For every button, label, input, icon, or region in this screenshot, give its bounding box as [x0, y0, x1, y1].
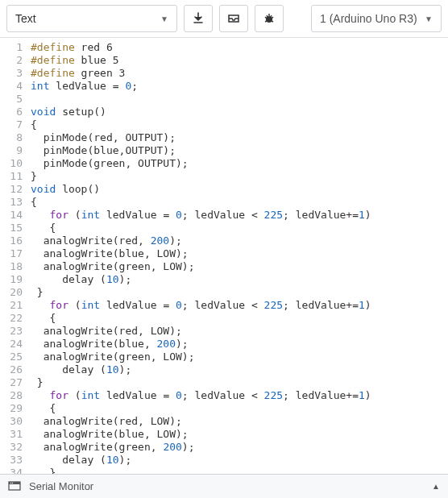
line-number: 1 — [3, 41, 23, 54]
code-line[interactable]: pinMode(blue,OUTPUT); — [31, 144, 371, 157]
download-icon — [192, 12, 205, 25]
code-line[interactable]: for (int ledValue = 0; ledValue < 225; l… — [31, 389, 371, 402]
code-line[interactable]: for (int ledValue = 0; ledValue < 225; l… — [31, 209, 371, 222]
code-line[interactable]: } — [31, 376, 371, 389]
line-number: 33 — [3, 454, 23, 467]
code-line[interactable]: analogWrite(green, 200); — [31, 441, 371, 454]
line-number: 9 — [3, 144, 23, 157]
line-number: 20 — [3, 286, 23, 299]
chevron-down-icon: ▼ — [160, 15, 168, 23]
line-number: 12 — [3, 183, 23, 196]
line-number: 18 — [3, 260, 23, 273]
svg-point-0 — [266, 16, 272, 23]
line-number: 3 — [3, 67, 23, 80]
debug-button[interactable] — [255, 5, 284, 32]
line-number: 15 — [3, 222, 23, 234]
code-line[interactable]: #define blue 5 — [31, 54, 371, 67]
line-number: 30 — [3, 415, 23, 428]
code-line[interactable]: delay (10); — [31, 363, 371, 376]
svg-point-3 — [10, 482, 11, 483]
code-line[interactable]: delay (10); — [31, 454, 371, 467]
code-line[interactable]: { — [31, 118, 371, 131]
code-line[interactable]: delay (10); — [31, 273, 371, 286]
mode-label: Text — [15, 12, 36, 25]
line-number: 6 — [3, 106, 23, 118]
line-number: 5 — [3, 93, 23, 106]
code-line[interactable]: } — [31, 467, 371, 474]
line-number: 11 — [3, 170, 23, 183]
code-editor[interactable]: 1234567891011121314151617181920212223242… — [0, 37, 448, 474]
device-label: 1 (Arduino Uno R3) — [320, 12, 417, 25]
code-line[interactable]: { — [31, 222, 371, 234]
code-line[interactable]: pinMode(green, OUTPUT); — [31, 157, 371, 170]
code-area[interactable]: #define red 6#define blue 5#define green… — [29, 38, 371, 474]
code-line[interactable]: void loop() — [31, 183, 371, 196]
code-line[interactable]: pinMode(red, OUTPUT); — [31, 131, 371, 144]
line-number: 24 — [3, 338, 23, 351]
code-line[interactable]: { — [31, 312, 371, 325]
code-line[interactable]: for (int ledValue = 0; ledValue < 225; l… — [31, 299, 371, 312]
line-number: 31 — [3, 428, 23, 441]
code-line[interactable]: void setup() — [31, 106, 371, 118]
download-button[interactable] — [184, 5, 213, 32]
code-line[interactable]: analogWrite(red, LOW); — [31, 415, 371, 428]
line-number: 29 — [3, 402, 23, 415]
toolbar: Text ▼ 1 (Arduino Uno R3) ▼ — [0, 0, 448, 37]
line-number: 13 — [3, 196, 23, 209]
code-line[interactable]: analogWrite(blue, LOW); — [31, 428, 371, 441]
mode-dropdown[interactable]: Text ▼ — [6, 5, 177, 32]
code-line[interactable]: analogWrite(green, LOW); — [31, 260, 371, 273]
code-line[interactable]: #define red 6 — [31, 41, 371, 54]
line-number: 25 — [3, 351, 23, 363]
line-number: 14 — [3, 209, 23, 222]
chevron-up-icon: ▲ — [432, 482, 440, 491]
line-number: 2 — [3, 54, 23, 67]
svg-point-4 — [12, 482, 13, 483]
line-number: 21 — [3, 299, 23, 312]
code-line[interactable]: analogWrite(blue, LOW); — [31, 247, 371, 260]
line-number: 16 — [3, 234, 23, 247]
line-number: 23 — [3, 325, 23, 338]
bug-icon — [263, 12, 276, 25]
library-button[interactable] — [219, 5, 248, 32]
status-label: Serial Monitor — [29, 480, 93, 492]
line-number: 8 — [3, 131, 23, 144]
line-number: 10 — [3, 157, 23, 170]
drawer-icon — [227, 12, 240, 25]
code-line[interactable]: analogWrite(blue, 200); — [31, 338, 371, 351]
code-line[interactable]: } — [31, 286, 371, 299]
code-line[interactable]: int ledValue = 0; — [31, 80, 371, 93]
code-line[interactable] — [31, 93, 371, 106]
code-line[interactable]: } — [31, 170, 371, 183]
line-number: 26 — [3, 363, 23, 376]
chevron-down-icon: ▼ — [425, 15, 433, 23]
code-line[interactable]: analogWrite(red, 200); — [31, 234, 371, 247]
line-number: 22 — [3, 312, 23, 325]
line-number: 34 — [3, 467, 23, 474]
status-bar[interactable]: Serial Monitor ▲ — [0, 474, 448, 498]
device-dropdown[interactable]: 1 (Arduino Uno R3) ▼ — [311, 5, 442, 32]
code-line[interactable]: { — [31, 402, 371, 415]
code-line[interactable]: analogWrite(green, LOW); — [31, 351, 371, 363]
line-number: 7 — [3, 118, 23, 131]
code-line[interactable]: { — [31, 196, 371, 209]
line-number: 19 — [3, 273, 23, 286]
line-number: 17 — [3, 247, 23, 260]
line-gutter: 1234567891011121314151617181920212223242… — [0, 38, 29, 474]
line-number: 27 — [3, 376, 23, 389]
code-line[interactable]: analogWrite(red, LOW); — [31, 325, 371, 338]
line-number: 32 — [3, 441, 23, 454]
line-number: 4 — [3, 80, 23, 93]
line-number: 28 — [3, 389, 23, 402]
code-line[interactable]: #define green 3 — [31, 67, 371, 80]
serial-monitor-icon — [8, 481, 21, 492]
